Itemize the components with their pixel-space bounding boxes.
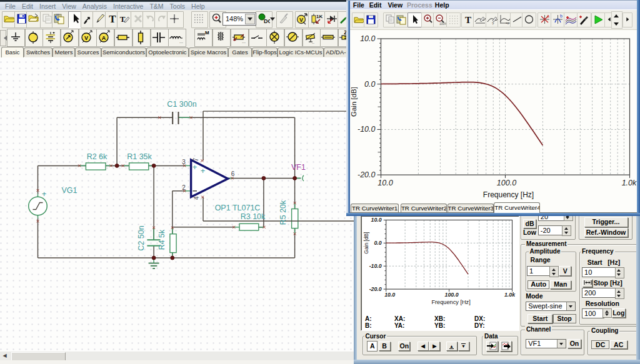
svg-text:10.0: 10.0 [360, 34, 375, 43]
svg-text:V: V [299, 17, 302, 23]
svg-text:Frequency [Hz]: Frequency [Hz] [431, 299, 470, 305]
svg-text:...: ... [242, 39, 246, 44]
svg-text:0.0: 0.0 [374, 240, 381, 246]
svg-text:A: A [102, 35, 106, 41]
svg-text:T: T [109, 13, 116, 25]
svg-text:1.0k: 1.0k [504, 292, 515, 298]
svg-text:100.0: 100.0 [497, 179, 516, 187]
svg-text:-10.0: -10.0 [369, 263, 381, 269]
svg-text:100.0: 100.0 [444, 292, 458, 298]
svg-text:10.0: 10.0 [371, 217, 381, 223]
svg-text:1K: 1K [316, 14, 322, 19]
svg-text:..: .. [312, 40, 314, 44]
svg-text:10.0: 10.0 [384, 292, 395, 298]
svg-text:Frequency [Hz]: Frequency [Hz] [483, 190, 534, 199]
svg-text:10.0: 10.0 [378, 179, 392, 187]
svg-text:Gain [dB]: Gain [dB] [362, 232, 369, 253]
svg-text:-10.0: -10.0 [358, 125, 376, 134]
svg-text:b: b [560, 14, 562, 18]
svg-text:Gain [dB]: Gain [dB] [350, 87, 358, 117]
svg-text:?: ? [492, 22, 494, 26]
svg-text:a: a [547, 14, 549, 18]
svg-text:-20.0: -20.0 [369, 286, 381, 292]
svg-text:T: T [465, 15, 471, 25]
svg-text:0.0: 0.0 [364, 80, 375, 89]
svg-text:1.0k: 1.0k [622, 179, 637, 187]
svg-text:V: V [84, 35, 88, 41]
svg-text:=z: =z [506, 21, 509, 25]
svg-text:-20.0: -20.0 [358, 170, 376, 179]
svg-text:...: ... [179, 39, 183, 44]
svg-text:M: M [205, 30, 209, 36]
